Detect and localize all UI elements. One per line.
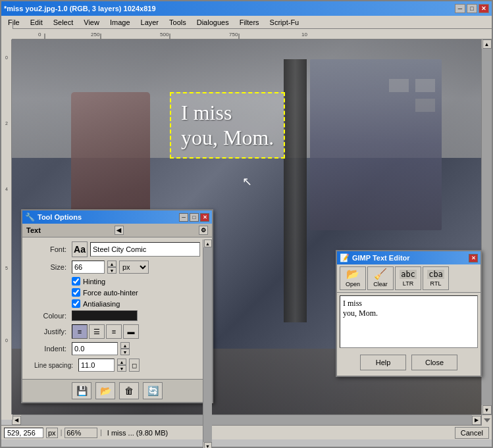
force-auto-hinter-row: Force auto-hinter — [26, 288, 200, 297]
svg-text:2: 2 — [5, 121, 8, 126]
close-button[interactable]: ✕ — [479, 4, 489, 13]
line-spacing-up-button[interactable]: ▲ — [117, 359, 126, 365]
scroll-left-button[interactable]: ◀ — [12, 416, 21, 425]
tree-trunk — [284, 59, 307, 322]
justify-right-button[interactable]: ≡ — [106, 324, 122, 339]
size-spinner: ▲ ▼ — [107, 261, 117, 274]
font-name-input[interactable] — [90, 242, 200, 257]
line-spacing-reset[interactable]: ◻ — [129, 359, 140, 372]
scroll-up-button[interactable]: ▲ — [482, 39, 492, 49]
help-button[interactable]: Help — [360, 355, 406, 370]
scroll-right-button[interactable]: ▶ — [472, 416, 481, 425]
scroll-down-button[interactable]: ▼ — [482, 405, 492, 414]
menu-edit[interactable]: Edit — [25, 17, 48, 28]
menu-filters[interactable]: Filters — [234, 17, 265, 28]
separator1: | — [61, 429, 63, 436]
menu-layer[interactable]: Layer — [136, 17, 165, 28]
panel-scroll-up[interactable]: ▲ — [204, 239, 212, 247]
antialiasing-row: Antialiasing — [26, 299, 200, 308]
scrollbar-vertical[interactable]: ▲ ▼ — [481, 39, 492, 414]
panel-maximize-button[interactable]: □ — [190, 213, 199, 222]
tool-options-title-bar: 🔧 Tool Options ─ □ ✕ — [22, 211, 212, 224]
panel-scroll-down[interactable]: ▼ — [204, 442, 212, 448]
justify-fill-button[interactable]: ▬ — [123, 324, 139, 339]
text-selection-box[interactable]: I miss you, Mom. — [170, 92, 285, 159]
text-editor-title: GIMP Text Editor — [350, 254, 469, 262]
window2 — [389, 79, 409, 92]
indent-input[interactable] — [72, 342, 118, 355]
line-spacing-input[interactable] — [78, 359, 115, 372]
maximize-button[interactable]: □ — [467, 4, 477, 13]
settings-button[interactable]: ⚙ — [199, 226, 208, 235]
antialiasing-label[interactable]: Antialiasing — [83, 300, 120, 308]
scroll-track-h[interactable] — [21, 415, 472, 425]
clear-button[interactable]: 🧹 Clear — [367, 266, 394, 290]
panel-scroll-track[interactable] — [203, 247, 212, 442]
force-auto-hinter-checkbox[interactable] — [72, 288, 80, 297]
size-unit-select[interactable]: px pt — [119, 261, 149, 274]
menu-view[interactable]: View — [78, 17, 105, 28]
scrollbar-horizontal[interactable]: ◀ ▶ — [12, 414, 492, 425]
text-editor-close-button[interactable]: ✕ — [469, 254, 478, 262]
refresh-button[interactable]: 🔄 — [143, 382, 163, 399]
ltr-button[interactable]: abc LTR — [395, 266, 421, 290]
force-auto-hinter-label[interactable]: Force auto-hinter — [83, 289, 138, 297]
menu-scriptfu[interactable]: Script-Fu — [265, 17, 305, 28]
tool-options-panel: 🔧 Tool Options ─ □ ✕ Text ◀ ⚙ ▲ ▼ Font: — [21, 209, 213, 403]
panel-minimize-button[interactable]: ─ — [179, 213, 188, 222]
antialiasing-checkbox[interactable] — [72, 299, 80, 308]
text-section-header: Text ◀ ⚙ — [22, 224, 212, 237]
colour-swatch[interactable] — [72, 311, 138, 321]
justify-buttons: ≡ ☰ ≡ ▬ — [72, 324, 139, 339]
svg-text:750: 750 — [229, 32, 238, 37]
text-editor-panel: 📝 GIMP Text Editor ✕ 📂 Open 🧹 Clear abc … — [336, 250, 482, 377]
size-up-button[interactable]: ▲ — [107, 261, 117, 267]
menu-tools[interactable]: Tools — [164, 17, 192, 28]
line-spacing-label: Line spacing: — [26, 362, 76, 369]
ltr-icon: abc — [400, 270, 417, 279]
justify-left-button[interactable]: ≡ — [72, 324, 88, 339]
size-input[interactable] — [72, 261, 105, 274]
panel-body: Font: Aa Size: ▲ ▼ px pt — [22, 237, 212, 379]
svg-text:250: 250 — [91, 32, 100, 37]
open-button[interactable]: 📂 Open — [340, 266, 366, 290]
open-label: Open — [346, 281, 360, 287]
ruler-top-svg: 0 250 500 750 10 — [12, 29, 486, 39]
separator2: | — [100, 429, 102, 436]
hinting-label[interactable]: Hinting — [83, 278, 105, 286]
ruler-left: 0 2 4 5 0 — [1, 39, 12, 414]
font-aa-button[interactable]: Aa — [72, 241, 88, 257]
indent-row: Indent: ▲ ▼ — [26, 342, 200, 355]
scroll-corner — [481, 415, 492, 426]
size-down-button[interactable]: ▼ — [107, 267, 117, 274]
window-title: *miss you2.jpg-1.0 (RGB, 3 layers) 1024x… — [4, 5, 156, 12]
text-section-label: Text — [26, 226, 41, 234]
svg-text:5: 5 — [5, 266, 8, 270]
size-row: Size: ▲ ▼ px pt — [26, 261, 200, 274]
text-editor-content[interactable]: I miss you, Mom. — [340, 295, 478, 348]
panel-footer: 💾 📂 🗑 🔄 — [22, 379, 212, 402]
unit-selector[interactable]: px — [46, 428, 58, 438]
justify-center-button[interactable]: ☰ — [89, 324, 105, 339]
menu-image[interactable]: Image — [105, 17, 136, 28]
close-text-editor-button[interactable]: Close — [411, 355, 457, 370]
new-preset-button[interactable]: 💾 — [72, 382, 91, 399]
gimp-main-window: *miss you2.jpg-1.0 (RGB, 3 layers) 1024x… — [0, 0, 493, 448]
menu-select[interactable]: Select — [48, 17, 79, 28]
line-spacing-down-button[interactable]: ▼ — [117, 365, 126, 372]
minimize-button[interactable]: ─ — [455, 4, 465, 13]
delete-preset-button[interactable]: 🗑 — [119, 382, 139, 399]
load-preset-button[interactable]: 📂 — [95, 382, 115, 399]
rtl-button[interactable]: cba RTL — [423, 266, 449, 290]
zoom-selector[interactable]: 66% — [65, 428, 97, 438]
indent-up-button[interactable]: ▲ — [120, 342, 130, 349]
cancel-button[interactable]: Cancel — [455, 427, 489, 439]
collapse-button[interactable]: ◀ — [115, 226, 124, 235]
svg-text:0: 0 — [38, 32, 41, 37]
hinting-checkbox[interactable] — [72, 277, 80, 286]
panel-scrollbar[interactable]: ▲ ▼ — [203, 239, 212, 448]
indent-down-button[interactable]: ▼ — [120, 349, 130, 355]
panel-close-button[interactable]: ✕ — [200, 213, 209, 222]
scroll-track-v[interactable] — [482, 49, 492, 405]
menu-dialogues[interactable]: Dialogues — [192, 17, 234, 28]
